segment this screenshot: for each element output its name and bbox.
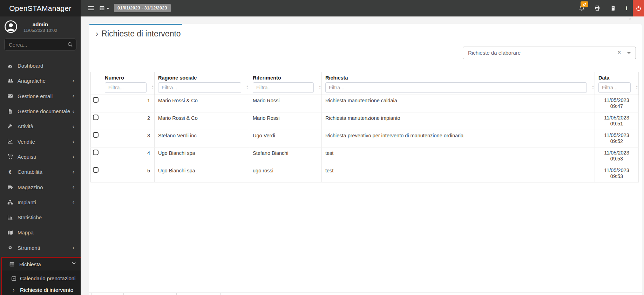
chevron-left-icon — [73, 184, 74, 190]
cell-numero: 1 — [101, 95, 155, 112]
date-range-badge[interactable]: 01/01/2023 - 31/12/2023 — [114, 4, 171, 12]
notifications-button[interactable] — [574, 0, 589, 16]
row-checkbox[interactable] — [93, 167, 99, 173]
chevron-left-icon — [73, 108, 74, 115]
column-header-richiesta: Richiesta ▲▼ — [322, 72, 595, 95]
sidebar-item-acquisti[interactable]: Acquisti — [0, 149, 81, 164]
table-row[interactable]: 5 Ugo Bianchi spa ugo rossi test 11/05/2… — [91, 165, 639, 183]
chevron-left-icon — [73, 78, 74, 84]
calendar-icon — [99, 5, 105, 11]
main-content: × Richieste di intervento Richieste da e… — [81, 16, 644, 295]
cell-richiesta: test — [322, 165, 595, 183]
chevron-left-icon — [73, 199, 74, 205]
sidebar-item-mappa[interactable]: Mappa — [0, 225, 81, 240]
sidebar-item-richieste-di-intervento[interactable]: Richieste di intervento — [2, 284, 81, 295]
cell-numero: 3 — [101, 130, 155, 148]
filter-input-richiesta[interactable] — [325, 82, 587, 93]
status-filter-value: Richieste da elaborare — [468, 50, 521, 56]
richiesta-submenu: Calendario prenotazioni Richieste di int… — [2, 270, 81, 295]
info-button[interactable]: i — [620, 0, 633, 16]
truck-icon — [7, 184, 13, 190]
status-filter-select[interactable]: Richieste da elaborare × — [463, 47, 636, 59]
table-row[interactable]: 2 Mario Rossi & Co Mario Rossi Richiesta… — [91, 112, 639, 130]
sidebar-item-strumenti[interactable]: Strumenti — [0, 240, 81, 255]
sort-icon[interactable]: ▲▼ — [151, 85, 154, 90]
row-checkbox[interactable] — [93, 115, 99, 120]
chevron-left-icon — [73, 153, 74, 160]
sidebar-item-dashboard[interactable]: Dashboard — [0, 58, 81, 73]
docs-button[interactable] — [605, 0, 620, 16]
sidebar-item-gestione-email[interactable]: Gestione email — [0, 89, 81, 104]
row-checkbox[interactable] — [93, 97, 99, 103]
period-dropdown-button[interactable] — [99, 0, 111, 16]
filter-input-data[interactable] — [598, 82, 631, 93]
cell-data: 11/05/202309:52 — [595, 130, 639, 148]
calendar-plus-icon — [11, 276, 16, 281]
column-header-numero: Numero ▲▼ — [101, 72, 155, 95]
sidebar-item-impianti[interactable]: Impianti — [0, 195, 81, 210]
richieste-table: Numero ▲▼ Ragione sociale ▲▼ Riferimento — [90, 72, 639, 183]
sidebar-item-statistiche[interactable]: Statistiche — [0, 210, 81, 225]
table-row[interactable]: 4 Ugo Bianchi spa Stefano Bianchi test 1… — [91, 148, 639, 165]
sidebar-toggle-button[interactable] — [85, 0, 97, 16]
app-logo[interactable]: OpenSTAManager — [0, 0, 81, 16]
chevron-left-icon — [73, 123, 74, 130]
cell-richiesta: Richiesta manutenzione caldaia — [322, 95, 595, 112]
sidebar-item-vendite[interactable]: Vendite — [0, 134, 81, 149]
sidebar-item-contabilita[interactable]: € Contabilità — [0, 164, 81, 179]
row-checkbox[interactable] — [93, 132, 99, 138]
sidebar-item-richiesta[interactable]: Richiesta — [2, 258, 81, 270]
column-header-riferimento: Riferimento ▲▼ — [249, 72, 322, 95]
filter-input-riferimento[interactable] — [253, 82, 314, 93]
cell-ragione-sociale: Ugo Bianchi spa — [155, 148, 249, 165]
partial-table-edge — [89, 293, 642, 295]
active-module-group: Richiesta Calendario prenotazioni Richie… — [1, 257, 82, 295]
cell-riferimento: Ugo Verdi — [249, 130, 322, 148]
column-header-data: Data ▲▼ — [595, 72, 639, 95]
select-column-header — [91, 72, 101, 95]
envelope-icon — [7, 93, 13, 99]
spinner-icon — [583, 3, 586, 6]
table-row[interactable]: 3 Stefano Verdi inc Ugo Verdi Richiesta … — [91, 130, 639, 148]
cell-riferimento: Mario Rossi — [249, 112, 322, 130]
avatar[interactable] — [5, 20, 17, 33]
cell-numero: 2 — [101, 112, 155, 130]
cell-richiesta: test — [322, 148, 595, 165]
tab-bar: Richieste di intervento — [89, 24, 642, 42]
clear-icon[interactable]: × — [618, 49, 621, 56]
close-icon[interactable]: × — [629, 16, 631, 22]
cell-riferimento: ugo rossi — [249, 165, 322, 183]
row-checkbox[interactable] — [93, 150, 99, 155]
search-input[interactable] — [8, 39, 68, 50]
sidebar-item-attivita[interactable]: Attività — [0, 119, 81, 134]
printer-icon — [594, 5, 600, 11]
sort-icon[interactable]: ▲▼ — [319, 85, 321, 90]
cell-ragione-sociale: Stefano Verdi inc — [155, 130, 249, 148]
topbar-actions: i — [574, 0, 644, 16]
tab-richieste-di-intervento[interactable]: Richieste di intervento — [89, 24, 182, 42]
print-button[interactable] — [589, 0, 605, 16]
sort-icon[interactable]: ▲▼ — [636, 85, 638, 90]
chevron-down-icon — [72, 262, 76, 265]
sidebar-item-calendario-prenotazioni[interactable]: Calendario prenotazioni — [2, 273, 81, 284]
cell-ragione-sociale: Mario Rossi & Co — [155, 95, 249, 112]
sidebar-item-gestione-documentale[interactable]: Gestione documentale — [0, 104, 81, 119]
sidebar-item-magazzino[interactable]: Magazzino — [0, 179, 81, 194]
notification-badge — [581, 1, 588, 7]
filter-input-numero[interactable] — [105, 82, 147, 93]
cell-ragione-sociale: Ugo Bianchi spa — [155, 165, 249, 183]
sidebar-item-anagrafiche[interactable]: Anagrafiche — [0, 73, 81, 88]
sort-icon[interactable]: ▲▼ — [592, 85, 594, 90]
sort-icon[interactable]: ▲▼ — [246, 85, 249, 90]
sitemap-icon — [7, 199, 13, 205]
logout-button[interactable] — [633, 0, 644, 16]
angle-right-icon — [10, 287, 17, 293]
gauge-icon — [7, 63, 13, 69]
filter-input-ragione-sociale[interactable] — [158, 82, 241, 93]
chart-line-icon — [7, 139, 13, 144]
table-row[interactable]: 1 Mario Rossi & Co Mario Rossi Richiesta… — [91, 95, 639, 112]
search-icon[interactable] — [67, 42, 73, 47]
chevron-left-icon — [73, 93, 74, 99]
cart-icon — [7, 154, 13, 159]
chevron-left-icon — [73, 138, 74, 145]
